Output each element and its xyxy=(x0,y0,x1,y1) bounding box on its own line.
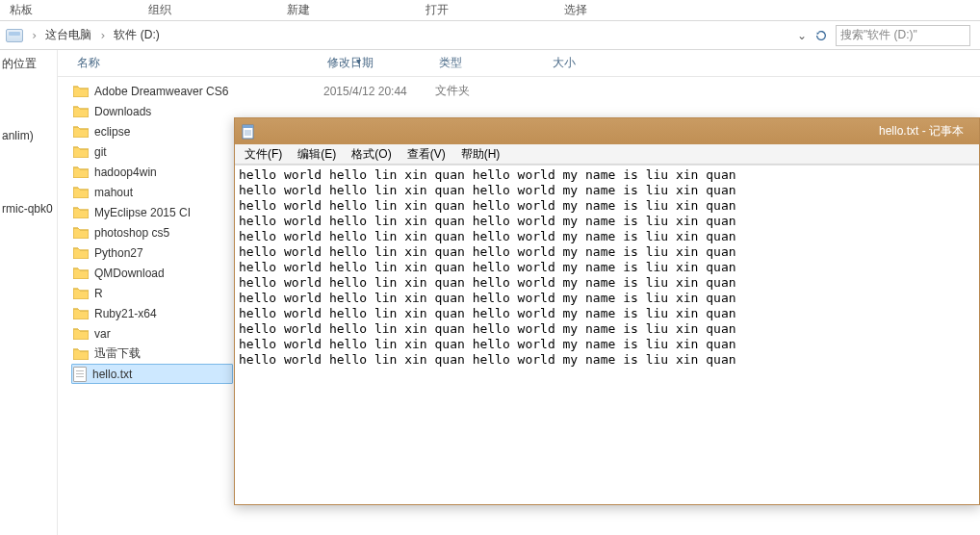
column-header-date[interactable]: 修改日期 xyxy=(323,55,435,71)
breadcrumb-separator: › xyxy=(99,29,106,42)
ribbon-tabs: 粘板 组织 新建 打开 选择 xyxy=(0,0,980,21)
folder-icon xyxy=(73,307,89,319)
folder-icon xyxy=(73,166,89,178)
folder-icon xyxy=(73,105,89,117)
file-name: eclipse xyxy=(94,125,130,139)
file-name: Python27 xyxy=(94,246,143,260)
refresh-icon[interactable] xyxy=(814,29,828,42)
notepad-window: hello.txt - 记事本 文件(F) 编辑(E) 格式(O) 查看(V) … xyxy=(234,117,980,505)
column-header-type[interactable]: 类型 xyxy=(435,55,549,71)
search-input[interactable]: 搜索"软件 (D:)" xyxy=(836,25,970,46)
svg-rect-1 xyxy=(243,125,253,128)
drive-icon xyxy=(6,29,23,42)
file-date: 2015/4/12 20:44 xyxy=(323,85,435,98)
folder-icon xyxy=(73,347,89,360)
ribbon-tab[interactable]: 新建 xyxy=(287,2,310,18)
address-bar: › 这台电脑 › 软件 (D:) ⌄ 搜索"软件 (D:)" xyxy=(0,21,980,50)
column-header-name[interactable]: 名称 xyxy=(73,55,323,71)
menu-format[interactable]: 格式(O) xyxy=(346,144,397,165)
ribbon-tab[interactable]: 组织 xyxy=(148,2,171,18)
file-name: QMDownload xyxy=(94,267,165,280)
folder-icon xyxy=(73,125,89,138)
folder-icon xyxy=(73,186,89,198)
folder-icon xyxy=(73,287,89,299)
column-header-size[interactable]: 大小 xyxy=(549,55,626,71)
file-name: MyEclipse 2015 CI xyxy=(94,206,191,219)
ribbon-tab[interactable]: 粘板 xyxy=(10,2,33,18)
nav-tree[interactable]: 的位置 anlim) rmic-qbk0 xyxy=(0,50,58,535)
file-icon xyxy=(73,367,87,382)
nav-item[interactable]: rmic-qbk0 xyxy=(2,202,55,217)
menu-help[interactable]: 帮助(H) xyxy=(455,144,506,165)
folder-icon xyxy=(73,327,89,340)
file-name: R xyxy=(94,287,103,300)
file-name: Downloads xyxy=(94,105,151,118)
ribbon-tab[interactable]: 选择 xyxy=(564,2,587,18)
notepad-menubar: 文件(F) 编辑(E) 格式(O) 查看(V) 帮助(H) xyxy=(235,144,979,165)
folder-icon xyxy=(73,226,89,239)
file-row[interactable]: Adobe Dreamweaver CS62015/4/12 20:44文件夹 xyxy=(73,81,980,101)
file-name: var xyxy=(94,327,111,341)
file-name: Ruby21-x64 xyxy=(94,307,157,320)
folder-icon xyxy=(73,145,89,158)
notepad-icon xyxy=(241,124,256,140)
menu-edit[interactable]: 编辑(E) xyxy=(292,144,342,165)
file-row[interactable]: hello.txt xyxy=(71,364,233,384)
menu-view[interactable]: 查看(V) xyxy=(401,144,451,165)
breadcrumb-separator: › xyxy=(31,29,38,42)
file-type: 文件夹 xyxy=(435,83,549,99)
file-name: git xyxy=(94,145,107,159)
breadcrumb-item[interactable]: 这台电脑 xyxy=(45,27,91,43)
notepad-title: hello.txt - 记事本 xyxy=(879,123,964,140)
folder-icon xyxy=(73,85,89,97)
file-name: Adobe Dreamweaver CS6 xyxy=(94,85,228,98)
history-dropdown-icon[interactable]: ⌄ xyxy=(797,29,807,42)
folder-icon xyxy=(73,206,89,218)
column-headers: 名称 修改日期 类型 大小 ▾ xyxy=(58,50,980,77)
search-placeholder: 搜索"软件 (D:)" xyxy=(840,27,917,43)
folder-icon xyxy=(73,267,89,279)
file-name: photoshop cs5 xyxy=(94,226,169,240)
breadcrumb-item[interactable]: 软件 (D:) xyxy=(114,27,159,43)
file-name: 迅雷下载 xyxy=(94,345,141,362)
file-name: hello.txt xyxy=(92,368,132,381)
notepad-titlebar[interactable]: hello.txt - 记事本 xyxy=(235,118,979,144)
folder-icon xyxy=(73,246,89,259)
nav-item[interactable]: anlim) xyxy=(2,129,55,144)
ribbon-tab[interactable]: 打开 xyxy=(426,2,449,18)
notepad-text-area[interactable]: hello world hello lin xin quan hello wor… xyxy=(235,165,979,504)
file-name: mahout xyxy=(94,186,133,199)
name-sort-dropdown[interactable]: ▾ xyxy=(356,56,361,66)
menu-file[interactable]: 文件(F) xyxy=(239,144,288,165)
file-name: hadoop4win xyxy=(94,166,157,179)
nav-item[interactable]: 的位置 xyxy=(2,56,55,71)
